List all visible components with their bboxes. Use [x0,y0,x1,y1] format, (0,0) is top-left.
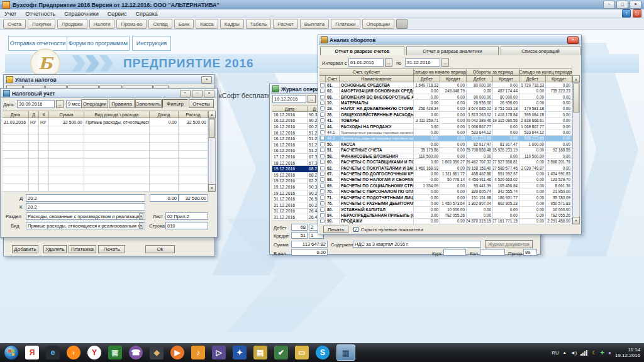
account-row[interactable]: 69.РАСЧЕТЫ ПО СОЦИАЛЬНОМУ СТРАХ1 354.090… [319,183,572,189]
row-checkbox-cell[interactable] [319,207,326,212]
toolbar-extra-button[interactable] [396,19,408,29]
account-row[interactable]: 70.РАСЧЕТЫ С ПЕРСОНАЛОМ ПО ОПЛА0.000.003… [319,189,572,195]
account-row[interactable]: 60.РАСЧЕТЫ С ПОСТАВЩИКАМИ И ПОД0.001 803… [319,159,572,165]
account-row[interactable]: 76.РАСЧЕТЫ С РАЗНЫМИ ДЕБИТОРАМИ0.001 450… [319,200,572,206]
account-row[interactable]: 10.МАТЕРИАЛЫ0.000.0026 936.0026 936.000.… [319,100,572,106]
mdi-quick-button-1[interactable]: Форум по программам [67,36,130,51]
account-row[interactable]: 08.ВЛОЖЕНИЯ ВО ВНЕОБОРОТНЫЕ АКТ0.000.008… [319,94,572,100]
row-checkbox[interactable] [320,195,325,200]
toolbar-button-11[interactable]: Выплата [300,19,329,29]
journal-docs-button[interactable]: Журнал документов [485,240,533,248]
cloud-app-icon[interactable]: ◆ [150,346,164,359]
viber-icon[interactable]: ☎ [129,346,143,359]
row-checkbox[interactable] [320,101,325,105]
account-row[interactable]: 41.ТОВАРЫ2 111 359.710.0020 042 389.4619… [319,118,572,124]
toolbar-button-2[interactable]: Продажи [57,19,87,29]
row-checkbox-cell[interactable] [319,106,326,112]
uplata-button-0[interactable]: Добавить [12,245,38,253]
skype-icon[interactable]: S [316,346,330,359]
row-checkbox[interactable] [320,112,325,117]
row-checkbox-cell[interactable] [319,141,326,147]
toolbar-button-8[interactable]: Кадры [220,19,244,29]
row-checkbox-cell[interactable] [319,159,326,165]
internet-explorer-icon[interactable]: e [46,346,60,359]
antivirus-tray-icon[interactable]: ✚ [600,350,604,356]
row-checkbox[interactable] [320,184,325,188]
nalog-line-field[interactable]: 010 [165,222,208,229]
nalog-scroll-down[interactable]: ▼ [208,184,216,192]
nalog-button-2[interactable]: Заполнить [135,99,162,108]
row-checkbox[interactable] [320,201,325,206]
toolbar-button-0[interactable]: Счета [3,19,26,29]
account-row[interactable]: 26.ОБЩЕХОЗЯЙСТВЕННЫЕ РАСХОДЫ0.000.001 81… [319,112,572,118]
interval-from-field[interactable]: 01.01.2016 [348,58,384,67]
nalog-row[interactable] [3,151,208,159]
row-checkbox-cell[interactable] [319,148,326,153]
nalog-row[interactable] [3,159,208,167]
journal-prior-field[interactable]: 99 [523,249,537,256]
menu-item-1[interactable]: Отчетность [21,11,60,17]
power-icon[interactable]: ☾ [592,350,596,356]
row-checkbox[interactable] [320,95,325,99]
row-checkbox-cell[interactable] [319,112,326,118]
row-checkbox-cell[interactable] [319,177,326,183]
row-checkbox-cell[interactable] [319,100,326,106]
analiz-tab-2[interactable]: Список операций [501,46,580,55]
account-row[interactable]: 44.РАСХОДЫ НА ПРОДАЖУ0.000.001 068 867.7… [319,124,572,129]
photo-app-icon[interactable]: ✦ [233,346,247,359]
nalog-titlebar[interactable]: Налоговый учет − □ × [1,89,216,98]
nalog-button-3[interactable]: Фильтр [162,99,188,108]
toolbar-button-3[interactable]: Налоги [89,19,115,29]
toolbar-button-12[interactable]: Платежи [331,19,360,29]
row-checkbox[interactable] [320,118,325,123]
journal-qty-field[interactable] [480,249,505,256]
analiz-tab-0[interactable]: Отчет в разрезе счетов [320,46,404,55]
row-checkbox[interactable] [320,189,325,194]
row-checkbox[interactable] [320,172,325,176]
nalog-sheet-field[interactable]: 02 Прил.2 [165,212,208,220]
row-checkbox[interactable] [320,130,325,134]
account-row[interactable]: 44.2Прочие расходы на продажу торговых о… [319,136,572,141]
account-row[interactable]: 19.НАЛОГ НА ДОБАВЛЕННУЮ СТОИМОС256 429.3… [319,106,572,112]
journal-debit-acc[interactable]: 68 [291,224,308,231]
volume-app-icon[interactable]: ♪ [191,346,205,359]
account-row[interactable]: 50.КАССА0.000.0082 917.4781 917.471 000.… [319,141,572,147]
language-indicator[interactable]: RU [552,350,559,356]
account-row[interactable]: 68.РАСЧЕТЫ ПО НАЛОГАМ И СБОРАМ0.0050 778… [319,177,572,183]
main-titlebar[interactable]: Бухсофт Предприятие 2016 Версия от 12.12… [0,0,644,9]
toolbar-button-5[interactable]: Склад [148,19,172,29]
row-checkbox-cell[interactable] [319,183,326,189]
journal-date-field[interactable]: 19.12.2016 [272,95,306,103]
nalog-close-button[interactable]: × [204,90,214,97]
toolbar-button-9[interactable]: Табель [246,19,272,29]
start-button[interactable] [4,345,19,360]
uplata-button-3[interactable]: Печать [98,245,125,253]
account-row[interactable]: 90.ПРОДАЖИ0.000.0024 870 315.1527 161 77… [319,219,572,224]
row-checkbox-cell[interactable] [319,200,326,206]
row-checkbox-cell[interactable] [319,129,326,135]
row-checkbox-cell[interactable] [319,212,326,218]
analiz-scroll-down[interactable]: ▼ [572,217,580,224]
nalog-kind-select[interactable]: Прямые расходы, относящиеся к реализован… [26,222,145,229]
nalog-button-1[interactable]: Правила [109,99,135,108]
account-row[interactable]: 80.УСТАВНЫЙ КАПИТАЛ0.0010 000.000.000.00… [319,207,572,212]
toolbar-button-13[interactable]: Операции [362,19,394,29]
menu-item-4[interactable]: Справка [131,11,162,17]
nalog-debit-field[interactable]: 20.2 [26,194,145,202]
toolbar-button-1[interactable]: Покупки [28,19,55,29]
nalog-date-field[interactable]: 30.09.2016 [17,100,55,108]
account-row[interactable]: 01.ОСНОВНЫЕ СРЕДСТВА1 649 718.330.0080 0… [319,82,572,88]
row-checkbox[interactable] [320,148,325,152]
nalog-credit-field[interactable]: 20.2 [26,203,145,211]
row-checkbox[interactable] [320,83,325,87]
nalog-row[interactable] [3,167,208,175]
row-checkbox-cell[interactable] [319,153,326,159]
analiz-print-button[interactable]: Печать [323,226,348,233]
row-checkbox[interactable] [320,177,325,182]
menu-item-3[interactable]: Сервис [103,11,131,17]
toolbar-button-10[interactable]: Расчет [273,19,297,29]
row-checkbox-cell[interactable] [319,94,326,100]
nalog-date-picker-button[interactable]: .. [56,100,64,108]
account-row[interactable]: 02.АМОРТИЗАЦИЯ ОСНОВНЫХ СРЕДСТ0.00248 04… [319,88,572,94]
analiz-titlebar[interactable]: Анализ оборотов × [319,36,580,45]
